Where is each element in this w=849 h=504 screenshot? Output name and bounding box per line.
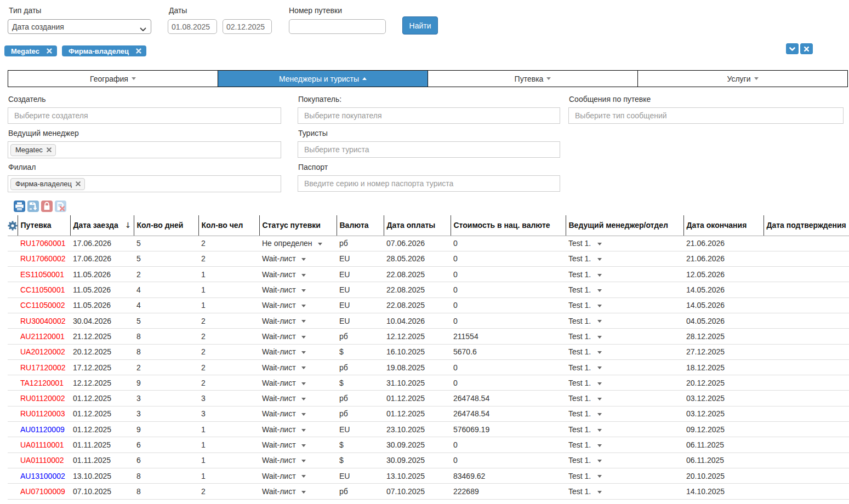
voucher-link[interactable]: RU01120003 [20,409,65,418]
date-to-input[interactable]: 02.12.2025 [223,19,272,34]
manager-dropdown-cell[interactable]: Test 1. [566,313,683,328]
remove-chip-icon[interactable] [47,48,52,54]
status-dropdown-cell[interactable]: Wait-лист [259,422,337,437]
voucher-link[interactable]: AU13100002 [20,472,65,480]
manager-dropdown-cell[interactable]: Test 1. [566,359,683,375]
tourists-placeholder: Выберите туриста [304,145,369,154]
column-header-end-date[interactable]: Дата окончания [683,215,763,236]
column-header-payment-date[interactable]: Дата оплаты [384,215,451,236]
filter-chip[interactable]: Megatec [4,45,57,56]
column-header-people-count[interactable]: Кол-во чел [198,215,259,236]
column-header-voucher-status[interactable]: Статус путевки [259,215,337,236]
column-header-arrival-date[interactable]: Дата заезда↓ [70,215,134,236]
status-dropdown-cell[interactable]: Wait-лист [259,313,337,328]
status-dropdown-cell[interactable]: Wait-лист [259,437,337,453]
voucher-link[interactable]: UA01110001 [20,440,64,449]
tab-managers-tourists[interactable]: Менеджеры и туристы [218,71,428,87]
date-type-select[interactable]: Дата создания [8,19,151,34]
tab-voucher[interactable]: Путевка [428,71,637,87]
status-dropdown-cell[interactable]: Wait-лист [259,359,337,375]
manager-dropdown-cell[interactable]: Test 1. [566,297,683,313]
status-dropdown-cell[interactable]: Wait-лист [259,484,337,499]
status-dropdown-cell[interactable]: Wait-лист [259,282,337,297]
column-settings-button[interactable] [8,215,18,236]
manager-dropdown-cell[interactable]: Test 1. [566,468,683,483]
remove-icon[interactable] [47,147,52,152]
status-dropdown-cell[interactable]: Wait-лист [259,251,337,266]
export-cancel-button[interactable] [55,201,66,212]
voucher-link[interactable]: TA12120001 [20,379,64,387]
voucher-link[interactable]: RU17120002 [20,363,66,372]
remove-chip-icon[interactable] [136,48,141,54]
manager-dropdown-cell[interactable]: Test 1. [566,251,683,266]
manager-dropdown-cell[interactable]: Test 1. [566,406,683,421]
voucher-link[interactable]: UA01110002 [20,456,64,465]
voucher-link[interactable]: AU07100009 [20,487,65,496]
lead-manager-input[interactable]: Megatec [8,141,281,158]
status-dropdown-cell[interactable]: Wait-лист [259,406,337,421]
voucher-link[interactable]: CC11050002 [20,301,65,310]
passport-input[interactable]: Введите серию и номер паспорта туриста [298,175,560,192]
status-dropdown-cell[interactable]: Wait-лист [259,468,337,483]
column-header-lead-manager[interactable]: Ведущий менеджер/отдел [566,215,683,236]
voucher-link[interactable]: RU30040002 [20,317,66,325]
date-from-input[interactable]: 01.08.2025 [168,19,217,34]
status-dropdown-cell[interactable]: Не определен [259,236,337,251]
status-dropdown-cell[interactable]: Wait-лист [259,344,337,359]
messages-input[interactable]: Выберите тип сообщений [568,107,844,124]
lock-button[interactable] [41,201,53,212]
tab-geography[interactable]: География [8,71,218,87]
manager-dropdown-cell[interactable]: Test 1. [566,236,683,251]
manager-dropdown-cell[interactable]: Test 1. [566,484,683,499]
voucher-number-input[interactable] [289,19,386,34]
buyer-input[interactable]: Выберите покупателя [298,107,560,124]
print-button[interactable] [14,201,25,212]
column-header-currency[interactable]: Валюта [337,215,384,236]
manager-dropdown-cell[interactable]: Test 1. [566,422,683,437]
manager-dropdown-cell[interactable]: Test 1. [566,329,683,344]
voucher-link[interactable]: RU01120002 [20,394,65,403]
table-row: RU1712000217.12.202522Wait-листрб19.08.2… [8,359,849,375]
cost-cell: 0 [451,375,566,391]
tourists-input[interactable]: Выберите туриста [298,141,560,158]
gear-spacer-cell [8,437,18,453]
people-count-cell: 1 [198,282,259,297]
manager-dropdown-cell[interactable]: Test 1. [566,282,683,297]
remove-icon[interactable] [76,181,81,186]
column-header-voucher[interactable]: Путевка [18,215,70,236]
voucher-link[interactable]: CC11050001 [20,285,65,294]
status-dropdown-cell[interactable]: Wait-лист [259,297,337,313]
collapse-panel-button[interactable] [786,43,799,54]
filter-chip[interactable]: Фирма-владелец [62,45,146,56]
manager-dropdown-cell[interactable]: Test 1. [566,391,683,406]
save-button[interactable] [27,201,39,212]
voucher-link[interactable]: ES11050001 [20,270,64,279]
status-dropdown-cell[interactable]: Wait-лист [259,375,337,391]
status-dropdown-cell[interactable]: Wait-лист [259,453,337,468]
manager-dropdown-cell[interactable]: Test 1. [566,375,683,391]
status-dropdown-cell[interactable]: Wait-лист [259,267,337,282]
currency-cell: рб [337,359,384,375]
find-button[interactable]: Найти [402,16,438,35]
manager-dropdown-cell[interactable]: Test 1. [566,453,683,468]
manager-dropdown-cell[interactable]: Test 1. [566,344,683,359]
voucher-link[interactable]: RU17060002 [20,254,66,263]
creator-label: Создатель [8,95,46,104]
status-dropdown-cell[interactable]: Wait-лист [259,329,337,344]
column-header-cost-national[interactable]: Стоимость в нац. валюте [451,215,566,236]
column-header-confirm-date[interactable]: Дата подтверждения [763,215,849,236]
voucher-link[interactable]: AU01120009 [20,425,65,434]
status-dropdown-cell[interactable]: Wait-лист [259,391,337,406]
voucher-link[interactable]: RU17060001 [20,239,66,248]
column-header-days-count[interactable]: Кол-во дней [134,215,198,236]
voucher-link[interactable]: AU21120001 [20,332,65,341]
manager-value: Test 1. [568,425,591,434]
days-count-cell: 5 [134,251,198,266]
close-panel-button[interactable] [800,43,813,54]
voucher-link[interactable]: UA20120002 [20,347,65,356]
manager-dropdown-cell[interactable]: Test 1. [566,267,683,282]
branch-input[interactable]: Фирма-владелец [8,175,281,192]
tab-services[interactable]: Услуги [637,71,847,87]
manager-dropdown-cell[interactable]: Test 1. [566,437,683,453]
creator-input[interactable]: Выберите создателя [8,107,281,124]
